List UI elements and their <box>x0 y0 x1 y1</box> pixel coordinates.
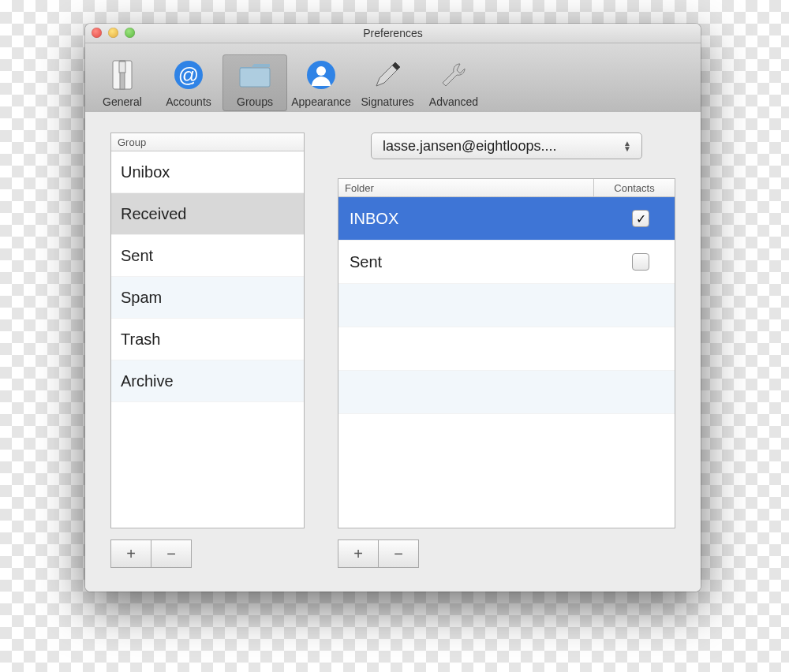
minus-icon: − <box>394 545 403 563</box>
group-row-unibox[interactable]: Unibox <box>111 151 304 193</box>
switch-icon <box>105 58 140 92</box>
add-folder-button[interactable]: + <box>338 539 379 568</box>
tab-signatures[interactable]: Signatures <box>355 54 420 111</box>
groups-header: Group <box>111 133 304 151</box>
group-row-sent[interactable]: Sent <box>111 235 304 277</box>
tab-label: Appearance <box>289 95 353 108</box>
group-label: Received <box>121 205 186 223</box>
tab-label: Groups <box>222 95 287 108</box>
preferences-body: Group Unibox Received Sent Spam Trash Ar… <box>85 112 701 592</box>
minus-icon: − <box>166 545 176 563</box>
folder-label: INBOX <box>338 210 607 228</box>
contacts-checkbox-sent[interactable] <box>632 253 649 271</box>
group-row-received[interactable]: Received <box>111 193 304 235</box>
add-group-button[interactable]: + <box>110 539 151 568</box>
at-icon: @ <box>171 58 206 92</box>
folder-row-inbox[interactable]: INBOX ✓ <box>338 197 675 241</box>
folders-header-folder[interactable]: Folder <box>338 179 593 196</box>
groups-header-label: Group <box>111 133 152 151</box>
wrench-icon <box>436 58 471 92</box>
folder-label: Sent <box>338 253 607 271</box>
groups-panel: Group Unibox Received Sent Spam Trash Ar… <box>110 133 305 568</box>
group-row-archive[interactable]: Archive <box>111 360 304 402</box>
folders-header: Folder Contacts <box>338 179 675 197</box>
groups-add-remove: + − <box>110 539 305 568</box>
group-label: Trash <box>121 330 160 349</box>
titlebar: Preferences <box>85 24 701 43</box>
svg-text:@: @ <box>178 63 199 87</box>
svg-point-7 <box>316 66 326 76</box>
folder-icon <box>237 58 272 92</box>
group-row-trash[interactable]: Trash <box>111 319 304 360</box>
remove-folder-button[interactable]: − <box>379 539 419 568</box>
tab-label: Signatures <box>355 95 420 108</box>
window-title: Preferences <box>363 27 422 39</box>
svg-rect-2 <box>119 62 125 73</box>
account-popup-value: lasse.jansen@eightloops.... <box>383 138 619 155</box>
tab-advanced[interactable]: Advanced <box>421 54 486 111</box>
tab-groups[interactable]: Groups <box>222 54 287 111</box>
tab-label: General <box>90 95 155 108</box>
tab-label: Advanced <box>421 95 486 108</box>
folders-panel: lasse.jansen@eightloops.... ▲▼ Folder Co… <box>338 133 675 568</box>
folders-list: Folder Contacts INBOX ✓ Sent <box>338 178 675 528</box>
preferences-toolbar: General @ Accounts Groups <box>85 43 701 115</box>
folder-row-empty <box>338 284 675 327</box>
folders-header-contacts[interactable]: Contacts <box>593 179 675 196</box>
tab-accounts[interactable]: @ Accounts <box>156 54 221 111</box>
traffic-lights <box>92 28 135 38</box>
folder-row-sent[interactable]: Sent <box>338 241 675 284</box>
close-button[interactable] <box>92 28 102 38</box>
plus-icon: + <box>126 545 136 563</box>
contacts-checkbox-inbox[interactable]: ✓ <box>632 210 649 227</box>
remove-group-button[interactable]: − <box>151 539 192 568</box>
group-row-spam[interactable]: Spam <box>111 277 304 319</box>
groups-list: Group Unibox Received Sent Spam Trash Ar… <box>110 133 305 528</box>
preferences-window: Preferences General @ Accounts <box>85 24 701 592</box>
folder-row-empty <box>338 327 675 371</box>
group-label: Spam <box>121 289 162 307</box>
svg-rect-5 <box>240 68 270 87</box>
account-popup[interactable]: lasse.jansen@eightloops.... ▲▼ <box>371 133 642 159</box>
folders-add-remove: + − <box>338 539 675 568</box>
folder-row-empty <box>338 371 675 414</box>
popup-arrows-icon: ▲▼ <box>619 140 635 151</box>
group-label: Sent <box>121 247 153 265</box>
pen-icon <box>370 58 405 92</box>
tab-general[interactable]: General <box>90 54 155 111</box>
tab-appearance[interactable]: Appearance <box>289 54 353 111</box>
plus-icon: + <box>353 545 363 563</box>
zoom-button[interactable] <box>125 28 135 38</box>
minimize-button[interactable] <box>108 28 118 38</box>
group-label: Unibox <box>121 163 170 181</box>
person-icon <box>304 58 338 92</box>
tab-label: Accounts <box>156 95 221 108</box>
group-label: Archive <box>121 372 174 390</box>
